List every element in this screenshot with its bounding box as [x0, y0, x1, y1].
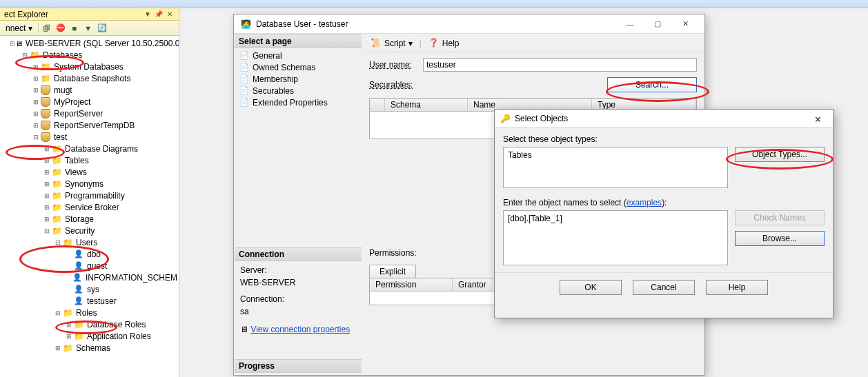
- database-icon: [40, 132, 51, 142]
- server-icon: [15, 39, 23, 48]
- user-icon: [73, 261, 84, 271]
- close-panel-icon[interactable]: ✕: [165, 10, 175, 19]
- folder-icon: [51, 191, 62, 201]
- chevron-down-icon: ▾: [408, 39, 413, 48]
- connect-button[interactable]: nnect ▾: [3, 23, 35, 33]
- folder-icon: [40, 62, 51, 72]
- key-icon: 🔑: [500, 114, 511, 123]
- script-button[interactable]: 📜Script▾: [368, 37, 415, 50]
- folder-icon: [51, 156, 62, 165]
- tree-system-databases[interactable]: ⊞System Databases: [0, 61, 179, 72]
- maximize-button[interactable]: ▢: [644, 14, 671, 34]
- grid-corner: [370, 99, 385, 111]
- connection-head: Connection: [235, 247, 362, 261]
- tree-users[interactable]: ⊟Users: [0, 236, 179, 248]
- autohide-icon[interactable]: 📌: [154, 10, 164, 19]
- object-names-label: Enter the object names to select (exampl…: [503, 198, 825, 207]
- folder-icon: [40, 74, 51, 83]
- page-icon: 📄: [239, 98, 250, 108]
- col-permission[interactable]: Permission: [370, 278, 453, 292]
- tab-explicit[interactable]: Explicit: [369, 265, 416, 278]
- close-button[interactable]: ✕: [808, 112, 827, 126]
- tree-db-reportservertmp[interactable]: ⊞ReportServerTempDB: [0, 119, 179, 131]
- search-button[interactable]: Search...: [607, 77, 697, 92]
- tree-synonyms[interactable]: ⊞Synonyms: [0, 178, 179, 190]
- tree-programmability[interactable]: ⊞Programmability: [0, 190, 179, 201]
- tree-user-infoschema[interactable]: INFORMATION_SCHEM: [0, 272, 179, 283]
- nav-extended-properties[interactable]: 📄Extended Properties: [235, 96, 362, 108]
- tree-db-reportserver[interactable]: ⊞ReportServer: [0, 108, 179, 119]
- close-button[interactable]: ✕: [671, 14, 699, 34]
- nav-membership[interactable]: 📄Membership: [235, 73, 362, 85]
- object-types-button[interactable]: Object Types...: [735, 147, 825, 162]
- permissions-label: Permissions:: [369, 248, 419, 258]
- folder-icon: [73, 320, 84, 329]
- script-icon: 📜: [371, 38, 382, 49]
- folder-icon: [73, 332, 84, 341]
- object-types-box: Tables: [503, 147, 728, 188]
- username-input[interactable]: [423, 58, 697, 72]
- tree-service-broker[interactable]: ⊞Service Broker: [0, 201, 179, 213]
- db-user-icon: 🧑‍💻: [239, 18, 252, 30]
- tree-application-roles[interactable]: ⊞Application Roles: [0, 330, 179, 342]
- ok-button[interactable]: OK: [560, 280, 622, 295]
- disconnect-icon[interactable]: ⛔: [55, 23, 66, 34]
- tree-views[interactable]: ⊞Views: [0, 166, 179, 178]
- help-button[interactable]: ❓Help: [426, 37, 462, 50]
- tree-db-snapshots[interactable]: ⊞Database Snapshots: [0, 72, 179, 84]
- page-icon: 📄: [239, 86, 250, 96]
- tree-user-testuser[interactable]: testuser: [0, 295, 179, 307]
- user-icon: [72, 273, 83, 283]
- object-explorer-toolbar: nnect ▾ 🗐 ⛔ ■ ▼ 🔄: [0, 21, 179, 36]
- tree-database-diagrams[interactable]: ⊞Database Diagrams: [0, 143, 179, 154]
- refresh-icon[interactable]: 🗐: [41, 23, 52, 34]
- object-explorer-panel: ect Explorer ▼ 📌 ✕ nnect ▾ 🗐 ⛔ ■ ▼ 🔄 ⊟WE…: [0, 8, 179, 377]
- folder-icon: [51, 167, 62, 177]
- folder-icon: [62, 238, 73, 247]
- select-objects-titlebar[interactable]: 🔑 Select Objects ✕: [495, 110, 833, 128]
- tree-user-dbo[interactable]: dbo: [0, 248, 179, 260]
- view-connection-link[interactable]: View connection properties: [250, 325, 350, 334]
- tree-security[interactable]: ⊟Security: [0, 225, 179, 236]
- db-user-toolbar: 📜Script▾ | ❓Help: [362, 34, 704, 52]
- help-button[interactable]: Help: [706, 280, 768, 295]
- user-icon: [73, 249, 84, 259]
- tree-storage[interactable]: ⊞Storage: [0, 213, 179, 225]
- tree-roles[interactable]: ⊟Roles: [0, 307, 179, 318]
- col-schema[interactable]: Schema: [385, 99, 468, 111]
- user-icon: [73, 296, 84, 306]
- tree-databases[interactable]: ⊟Databases: [0, 49, 179, 61]
- tree-tables[interactable]: ⊞Tables: [0, 154, 179, 166]
- minimize-button[interactable]: —: [616, 14, 644, 34]
- folder-icon: [51, 226, 62, 236]
- securables-label: Securables:: [369, 80, 419, 90]
- browse-button[interactable]: Browse...: [735, 231, 825, 246]
- cancel-button[interactable]: Cancel: [633, 280, 695, 295]
- tree-db-mugt[interactable]: ⊞mugt: [0, 84, 179, 96]
- object-explorer-tree[interactable]: ⊟WEB-SERVER (SQL Server 10.50.2500.0 - s…: [0, 36, 179, 377]
- folder-icon: [62, 308, 73, 318]
- examples-link[interactable]: examples: [627, 198, 662, 207]
- tree-database-roles[interactable]: ⊞Database Roles: [0, 318, 179, 330]
- database-icon: [40, 85, 51, 95]
- nav-securables[interactable]: 📄Securables: [235, 85, 362, 96]
- tree-db-myproject[interactable]: ⊞MyProject: [0, 96, 179, 108]
- database-icon: [40, 121, 51, 130]
- help-icon: ❓: [428, 38, 440, 49]
- db-user-titlebar[interactable]: 🧑‍💻 Database User - testuser — ▢ ✕: [234, 14, 704, 34]
- tree-user-sys[interactable]: sys: [0, 283, 179, 295]
- tree-db-test[interactable]: ⊟test: [0, 131, 179, 143]
- filter-icon[interactable]: ▼: [83, 23, 94, 34]
- object-names-input[interactable]: [503, 210, 728, 265]
- tree-user-guest[interactable]: guest: [0, 260, 179, 272]
- nav-owned-schemas[interactable]: 📄Owned Schemas: [235, 61, 362, 73]
- tree-schemas[interactable]: ⊞Schemas: [0, 342, 179, 354]
- tree-server-node[interactable]: ⊟WEB-SERVER (SQL Server 10.50.2500.0 - s: [0, 37, 179, 49]
- nav-general[interactable]: 📄General: [235, 50, 362, 61]
- db-user-left-nav: Select a page 📄General 📄Owned Schemas 📄M…: [235, 34, 362, 374]
- refresh2-icon[interactable]: 🔄: [97, 23, 108, 34]
- stop-icon[interactable]: ■: [69, 23, 80, 34]
- pin-icon[interactable]: ▼: [143, 10, 152, 19]
- object-explorer-title: ect Explorer: [4, 10, 48, 19]
- username-label: User name:: [369, 60, 419, 70]
